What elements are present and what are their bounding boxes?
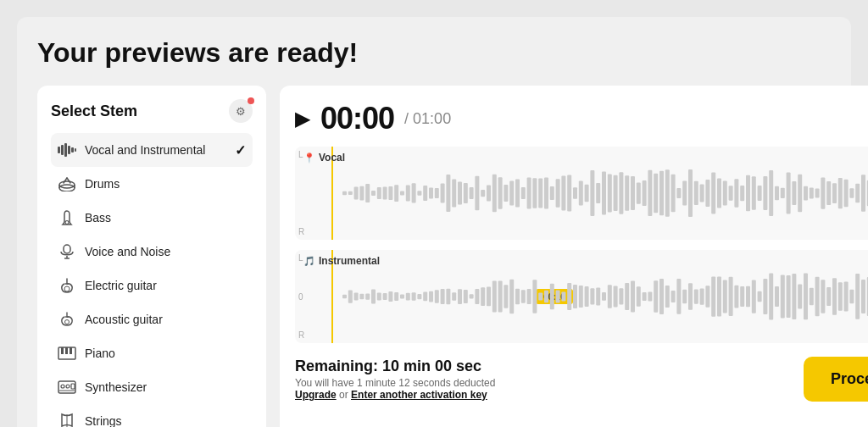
svg-rect-166 <box>435 290 439 303</box>
svg-rect-55 <box>475 176 479 210</box>
enter-key-link[interactable]: Enter another activation key <box>351 389 487 401</box>
svg-rect-120 <box>849 188 854 198</box>
svg-rect-54 <box>470 187 474 199</box>
svg-rect-44 <box>412 183 416 202</box>
stem-label-piano: Piano <box>85 347 246 360</box>
svg-rect-68 <box>550 186 554 200</box>
svg-rect-163 <box>417 294 421 299</box>
svg-rect-117 <box>832 183 837 203</box>
stem-item-voice-noise[interactable]: Voice and Noise <box>51 235 253 269</box>
svg-rect-164 <box>423 292 427 302</box>
stem-item-vocal-instrumental[interactable]: Vocal and Instrumental✓ <box>51 133 253 167</box>
svg-rect-194 <box>596 287 600 305</box>
svg-rect-63 <box>521 187 526 199</box>
instrumental-waveform-svg[interactable]: 00:16 <box>307 250 868 343</box>
pin-icon-2: 🎵 <box>303 256 315 267</box>
gear-icon: ⚙ <box>236 105 246 118</box>
stem-list: Vocal and Instrumental✓DrumsBassVoice an… <box>51 133 253 427</box>
settings-button[interactable]: ⚙ <box>229 99 253 123</box>
stem-label-strings: Strings <box>85 414 246 427</box>
svg-rect-192 <box>585 286 589 307</box>
svg-rect-189 <box>567 283 571 310</box>
svg-rect-77 <box>602 172 606 215</box>
svg-rect-50 <box>446 175 450 212</box>
svg-rect-202 <box>643 292 647 301</box>
stem-item-acoustic-guitar[interactable]: Acoustic guitar <box>51 302 253 336</box>
stem-label-vocal-instrumental: Vocal and Instrumental <box>85 143 226 157</box>
svg-rect-81 <box>625 175 629 211</box>
svg-rect-187 <box>556 291 560 303</box>
vocal-track-header: 📍 Vocal <box>303 152 345 164</box>
svg-rect-234 <box>826 287 831 306</box>
svg-rect-183 <box>532 280 537 313</box>
svg-rect-150 <box>342 295 347 299</box>
svg-rect-57 <box>487 186 491 202</box>
svg-rect-74 <box>585 185 589 202</box>
svg-rect-103 <box>752 176 756 210</box>
stem-item-piano[interactable]: Piano <box>51 336 253 370</box>
svg-rect-155 <box>371 289 376 303</box>
svg-rect-238 <box>849 290 854 304</box>
process-button[interactable]: Process the Entire File <box>804 357 868 402</box>
svg-point-25 <box>61 385 64 388</box>
sidebar-title: Select Stem <box>51 103 137 120</box>
upgrade-link[interactable]: Upgrade <box>295 389 337 401</box>
svg-rect-172 <box>470 294 474 298</box>
synth-icon <box>58 378 76 396</box>
stem-item-drums[interactable]: Drums <box>51 167 253 201</box>
svg-rect-211 <box>694 289 698 303</box>
svg-rect-116 <box>826 181 831 205</box>
svg-rect-106 <box>769 170 773 216</box>
svg-rect-23 <box>70 347 72 354</box>
svg-rect-40 <box>388 186 392 200</box>
svg-rect-22 <box>65 347 68 354</box>
strings-icon <box>58 412 76 427</box>
svg-rect-165 <box>429 291 433 302</box>
stem-label-voice-noise: Voice and Noise <box>85 245 246 258</box>
svg-point-18 <box>65 320 70 324</box>
svg-rect-99 <box>729 186 733 201</box>
svg-rect-105 <box>763 176 767 210</box>
vocal-waveform-svg[interactable] <box>307 147 868 240</box>
play-button[interactable]: ▶ <box>295 108 310 129</box>
svg-rect-226 <box>781 275 785 319</box>
svg-rect-94 <box>700 185 704 202</box>
stem-item-strings[interactable]: Strings <box>51 404 253 427</box>
svg-rect-218 <box>734 286 738 308</box>
svg-rect-210 <box>688 283 693 310</box>
svg-rect-72 <box>573 187 577 198</box>
svg-rect-198 <box>619 288 623 304</box>
svg-rect-188 <box>561 292 565 302</box>
svg-rect-91 <box>682 181 687 206</box>
svg-rect-152 <box>354 293 359 301</box>
svg-rect-58 <box>492 175 497 213</box>
svg-rect-212 <box>700 288 704 304</box>
stem-item-bass[interactable]: Bass <box>51 201 253 235</box>
svg-rect-232 <box>815 277 820 317</box>
svg-rect-217 <box>729 277 733 316</box>
svg-rect-2 <box>64 143 67 157</box>
stem-item-synthesizer[interactable]: Synthesizer <box>51 370 253 404</box>
svg-rect-45 <box>417 191 421 196</box>
svg-line-10 <box>64 178 67 183</box>
svg-rect-109 <box>787 173 791 214</box>
stem-item-electric-guitar[interactable]: Electric guitar <box>51 269 253 302</box>
svg-rect-56 <box>481 190 485 197</box>
svg-rect-221 <box>752 280 756 313</box>
instrumental-waveform-container: L 0 R 00:16 🔊 100 <box>295 250 868 343</box>
svg-rect-70 <box>561 175 565 210</box>
svg-rect-153 <box>359 294 364 299</box>
svg-rect-98 <box>723 181 727 206</box>
svg-rect-28 <box>71 384 75 389</box>
svg-rect-151 <box>348 290 353 302</box>
svg-rect-154 <box>365 293 370 299</box>
svg-rect-21 <box>61 347 64 354</box>
main-panel: ▶ 00:00 / 01:00 📍 Vocal L R <box>280 86 868 427</box>
svg-rect-222 <box>758 291 762 302</box>
svg-rect-161 <box>406 293 410 301</box>
svg-rect-97 <box>717 179 721 208</box>
stem-label-bass: Bass <box>85 211 246 225</box>
svg-rect-60 <box>504 185 508 202</box>
svg-rect-110 <box>792 181 796 205</box>
total-time: / 01:00 <box>404 110 451 128</box>
